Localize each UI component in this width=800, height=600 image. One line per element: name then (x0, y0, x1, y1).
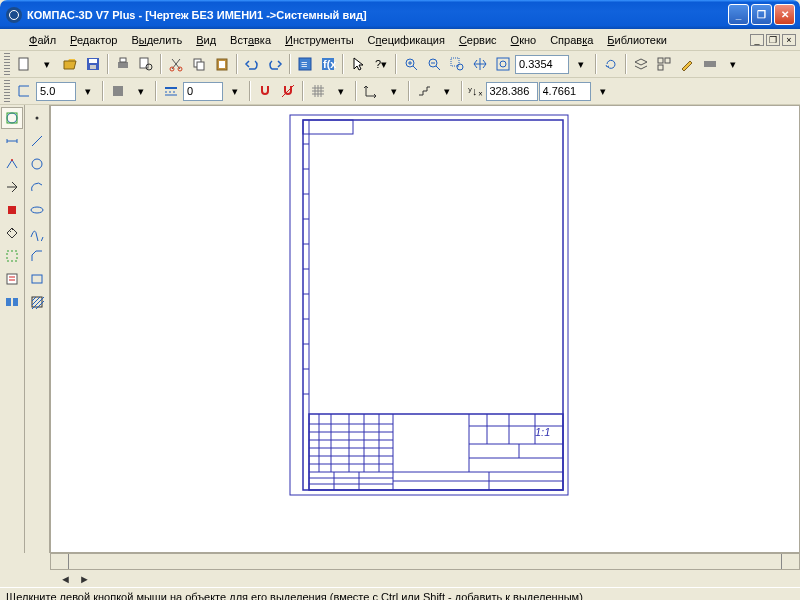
spec-panel-button[interactable] (1, 268, 23, 290)
redo-button[interactable] (264, 53, 286, 75)
minimize-button[interactable]: _ (728, 4, 749, 25)
menu-select[interactable]: Выделить (124, 34, 189, 46)
linestyle-input[interactable] (183, 82, 223, 101)
arc-tool[interactable] (26, 176, 48, 198)
horizontal-scrollbar[interactable] (50, 553, 800, 570)
scale-input[interactable] (36, 82, 76, 101)
save-button[interactable] (82, 53, 104, 75)
menu-help[interactable]: Справка (543, 34, 600, 46)
paste-button[interactable] (211, 53, 233, 75)
ellipse-tool[interactable] (26, 199, 48, 221)
menu-service[interactable]: Сервис (452, 34, 504, 46)
ortho-button[interactable] (13, 80, 35, 102)
layers-button[interactable] (630, 53, 652, 75)
toolbar-grip[interactable] (4, 53, 10, 75)
chamfer-tool[interactable] (26, 245, 48, 267)
titlebar: КОМПАС-3D V7 Plus - [Чертеж БЕЗ ИМЕНИ1 -… (0, 0, 800, 29)
svg-point-45 (32, 159, 42, 169)
tab-next[interactable]: ► (75, 573, 94, 585)
grid-button[interactable] (307, 80, 329, 102)
drawing-canvas[interactable]: 1:1 (50, 105, 800, 553)
line-tool[interactable] (26, 130, 48, 152)
menu-window[interactable]: Окно (504, 34, 544, 46)
zoom-input[interactable] (515, 55, 569, 74)
svg-rect-64 (309, 414, 563, 490)
status-text: Щелкните левой кнопкой мыши на объекте д… (6, 591, 583, 600)
svg-point-43 (36, 117, 39, 120)
edit-panel-button[interactable] (1, 176, 23, 198)
select-panel-button[interactable] (1, 245, 23, 267)
zoom-window-button[interactable] (446, 53, 468, 75)
lcs-dropdown[interactable]: ▾ (383, 80, 405, 102)
point-tool[interactable] (26, 107, 48, 129)
params-panel-button[interactable] (1, 199, 23, 221)
grid-dropdown[interactable]: ▾ (330, 80, 352, 102)
linestyle-button[interactable] (160, 80, 182, 102)
rect-tool[interactable] (26, 268, 48, 290)
undo-button[interactable] (241, 53, 263, 75)
step-button[interactable] (413, 80, 435, 102)
menu-editor[interactable]: Редактор (63, 34, 124, 46)
refresh-button[interactable] (600, 53, 622, 75)
hatch-tool[interactable] (26, 291, 48, 313)
menu-libraries[interactable]: Библиотеки (600, 34, 674, 46)
properties-button[interactable]: ≡ (294, 53, 316, 75)
maximize-button[interactable]: ❐ (751, 4, 772, 25)
coord-y-input[interactable] (539, 82, 591, 101)
menu-tools[interactable]: Инструменты (278, 34, 361, 46)
geometry-panel-button[interactable] (1, 107, 23, 129)
mdi-close[interactable]: × (782, 34, 796, 46)
mdi-minimize[interactable]: _ (750, 34, 764, 46)
svg-rect-3 (90, 65, 96, 69)
new-button[interactable] (13, 53, 35, 75)
svg-text:1:1: 1:1 (535, 426, 550, 438)
snap-off-button[interactable] (277, 80, 299, 102)
zoom-in-button[interactable] (400, 53, 422, 75)
variables-button[interactable]: f(x) (317, 53, 339, 75)
misc-button[interactable] (699, 53, 721, 75)
cursor-button[interactable] (347, 53, 369, 75)
toolbar-grip-2[interactable] (4, 80, 10, 102)
close-button[interactable]: ✕ (774, 4, 795, 25)
mdi-restore[interactable]: ❐ (766, 34, 780, 46)
svg-text:f(x): f(x) (323, 58, 336, 70)
pan-button[interactable] (469, 53, 491, 75)
linestyle-dropdown[interactable]: ▾ (224, 80, 246, 102)
snap-button[interactable] (254, 80, 276, 102)
zoom-out-button[interactable] (423, 53, 445, 75)
dimensions-panel-button[interactable] (1, 130, 23, 152)
help-dropdown[interactable]: ?▾ (370, 53, 392, 75)
menu-file[interactable]: Файл (22, 34, 63, 46)
svg-rect-25 (665, 58, 670, 63)
status-bar: Щелкните левой кнопкой мыши на объекте д… (0, 587, 800, 600)
state-dropdown[interactable]: ▾ (130, 80, 152, 102)
views-button[interactable] (653, 53, 675, 75)
coord-dropdown[interactable]: ▾ (592, 80, 614, 102)
svg-rect-13 (219, 61, 225, 68)
zoom-dropdown[interactable]: ▾ (570, 53, 592, 75)
menu-view[interactable]: Вид (189, 34, 223, 46)
tab-prev[interactable]: ◄ (56, 573, 75, 585)
zoom-fit-button[interactable] (492, 53, 514, 75)
svg-rect-38 (7, 274, 17, 284)
coord-x-input[interactable] (486, 82, 538, 101)
print-button[interactable] (112, 53, 134, 75)
menu-insert[interactable]: Вставка (223, 34, 278, 46)
spline-tool[interactable] (26, 222, 48, 244)
draw-tool-button[interactable] (676, 53, 698, 75)
copy-button[interactable] (188, 53, 210, 75)
step-dropdown[interactable]: ▾ (436, 80, 458, 102)
new-dropdown[interactable]: ▾ (36, 53, 58, 75)
assoc-panel-button[interactable] (1, 291, 23, 313)
menu-spec[interactable]: Спецификация (361, 34, 452, 46)
misc-dropdown[interactable]: ▾ (722, 53, 744, 75)
lcs-button[interactable] (360, 80, 382, 102)
open-button[interactable] (59, 53, 81, 75)
symbols-panel-button[interactable] (1, 153, 23, 175)
cut-button[interactable] (165, 53, 187, 75)
state-button[interactable] (107, 80, 129, 102)
circle-tool[interactable] (26, 153, 48, 175)
measure-panel-button[interactable] (1, 222, 23, 244)
preview-button[interactable] (135, 53, 157, 75)
scale-dropdown[interactable]: ▾ (77, 80, 99, 102)
